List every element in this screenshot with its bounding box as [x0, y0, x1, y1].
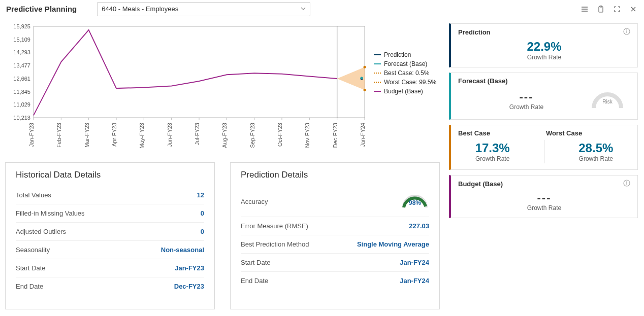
- risk-label: Risk: [590, 99, 625, 104]
- svg-text:Oct-FY23: Oct-FY23: [277, 123, 283, 147]
- worst-case-value: 28.5%: [578, 141, 613, 155]
- filled-label: Filled-in Missing Values: [16, 209, 85, 217]
- svg-text:Prediction: Prediction: [384, 51, 411, 58]
- dropdown-value: 6440 - Meals - Employees: [102, 5, 178, 13]
- svg-text:Jul-FY23: Jul-FY23: [194, 123, 200, 145]
- best-worst-card: Best Case Worst Case 17.3% Growth Rate 2…: [449, 125, 638, 170]
- svg-rect-10: [34, 26, 365, 118]
- svg-text:11,029: 11,029: [13, 101, 30, 108]
- svg-text:Jun-FY23: Jun-FY23: [167, 123, 173, 147]
- svg-text:Budget (Base): Budget (Base): [384, 88, 423, 95]
- budget-value: ---: [458, 191, 630, 204]
- accuracy-gauge: 98%: [401, 191, 429, 212]
- historical-title: Historical Data Details: [16, 170, 204, 180]
- svg-text:13,477: 13,477: [13, 62, 30, 68]
- chevron-down-icon: [301, 5, 306, 13]
- clipboard-icon[interactable]: [596, 5, 605, 14]
- header: Predictive Planning 6440 - Meals - Emplo…: [0, 0, 644, 18]
- error-val: 227.03: [409, 222, 429, 230]
- total-values-val: 12: [197, 191, 204, 199]
- svg-text:i: i: [626, 29, 628, 34]
- svg-text:12,661: 12,661: [13, 76, 30, 82]
- svg-text:Sep-FY23: Sep-FY23: [249, 123, 255, 148]
- seasonality-val: Non-seasonal: [161, 246, 204, 254]
- svg-text:15,109: 15,109: [13, 37, 30, 43]
- svg-text:Apr-FY23: Apr-FY23: [111, 123, 117, 147]
- method-label: Best Prediction Method: [241, 240, 309, 248]
- svg-text:Worst Case: 99.5%: Worst Case: 99.5%: [384, 79, 436, 86]
- svg-text:Dec-FY23: Dec-FY23: [332, 123, 338, 148]
- budget-card-title: Budget (Base): [458, 180, 503, 188]
- hist-start-val: Jan-FY23: [175, 264, 204, 272]
- accuracy-label: Accuracy: [241, 198, 268, 205]
- pred-end-val: Jan-FY24: [400, 277, 429, 285]
- historical-details-card: Historical Data Details Total Values12 F…: [5, 162, 215, 309]
- svg-text:Forecast (Base): Forecast (Base): [384, 60, 427, 67]
- worst-case-sub: Growth Rate: [578, 155, 613, 162]
- svg-text:15,925: 15,925: [13, 23, 30, 29]
- best-case-sub: Growth Rate: [475, 155, 510, 162]
- chart-svg: 10,21311,02911,84512,66113,47714,29315,1…: [5, 21, 440, 153]
- hist-end-label: End Date: [16, 283, 43, 290]
- svg-text:May-FY23: May-FY23: [139, 123, 145, 149]
- forecast-value: ---: [463, 90, 590, 103]
- best-case-title: Best Case: [458, 129, 490, 137]
- pred-start-val: Jan-FY24: [400, 259, 429, 266]
- filled-val: 0: [201, 209, 204, 217]
- menu-icon[interactable]: [580, 5, 589, 14]
- error-label: Error Measure (RMSE): [241, 222, 308, 230]
- prediction-value: 22.9%: [458, 40, 630, 54]
- account-dropdown[interactable]: 6440 - Meals - Employees: [97, 2, 310, 16]
- svg-text:Mar-FY23: Mar-FY23: [84, 123, 90, 148]
- seasonality-label: Seasonality: [16, 246, 50, 254]
- prediction-details-card: Prediction Details Accuracy 98% Error Me…: [230, 162, 440, 309]
- page-title: Predictive Planning: [6, 5, 77, 13]
- close-icon[interactable]: [629, 5, 638, 14]
- info-icon[interactable]: i: [623, 28, 630, 37]
- svg-text:Jan-FY23: Jan-FY23: [28, 123, 35, 147]
- forecast-card: Forecast (Base) --- Growth Rate Risk: [449, 73, 638, 120]
- svg-text:Jan-FY24: Jan-FY24: [360, 123, 366, 147]
- divider: [544, 140, 544, 163]
- worst-case-title: Worst Case: [546, 129, 582, 137]
- budget-card: Budget (Base) i --- Growth Rate: [449, 175, 638, 218]
- hist-end-val: Dec-FY23: [174, 283, 204, 290]
- forecast-card-title: Forecast (Base): [458, 77, 508, 85]
- svg-rect-0: [599, 7, 603, 12]
- svg-text:14,293: 14,293: [13, 49, 30, 55]
- risk-gauge: Risk: [590, 88, 625, 113]
- method-val: Single Moving Average: [357, 240, 429, 248]
- accuracy-val: 98%: [401, 199, 429, 206]
- svg-text:Nov-FY23: Nov-FY23: [304, 123, 310, 148]
- adjusted-label: Adjusted Outliers: [16, 228, 66, 235]
- total-values-label: Total Values: [16, 191, 51, 199]
- svg-point-15: [361, 77, 363, 79]
- adjusted-val: 0: [201, 228, 204, 235]
- svg-point-13: [364, 89, 366, 91]
- svg-text:Feb-FY23: Feb-FY23: [56, 123, 62, 148]
- svg-point-12: [364, 66, 366, 68]
- expand-icon[interactable]: [613, 5, 622, 14]
- forecast-chart: 10,21311,02911,84512,66113,47714,29315,1…: [5, 21, 440, 153]
- hist-start-label: Start Date: [16, 264, 46, 272]
- prediction-sub: Growth Rate: [458, 54, 630, 61]
- best-case-value: 17.3%: [475, 141, 510, 155]
- pred-start-label: Start Date: [241, 259, 271, 266]
- info-icon[interactable]: i: [623, 180, 630, 188]
- forecast-sub: Growth Rate: [463, 103, 590, 111]
- header-icons: [580, 5, 638, 14]
- prediction-card-title: Prediction: [458, 28, 491, 36]
- pred-end-label: End Date: [241, 277, 268, 285]
- prediction-details-title: Prediction Details: [241, 170, 429, 180]
- svg-text:Aug-FY23: Aug-FY23: [221, 123, 228, 148]
- svg-text:Best Case: 0.5%: Best Case: 0.5%: [384, 69, 430, 77]
- svg-text:i: i: [626, 181, 628, 186]
- prediction-card: Prediction i 22.9% Growth Rate: [449, 23, 638, 67]
- budget-sub: Growth Rate: [458, 204, 630, 212]
- svg-text:11,845: 11,845: [13, 89, 30, 95]
- svg-text:10,213: 10,213: [13, 115, 30, 121]
